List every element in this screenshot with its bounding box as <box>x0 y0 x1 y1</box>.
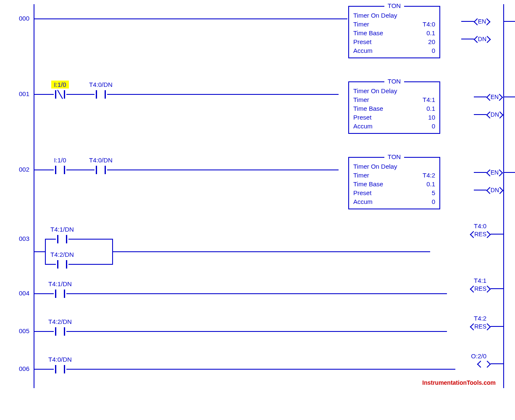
xic-contact: T4:0/DN <box>92 166 110 174</box>
res-output: T4:1 RES <box>470 285 491 292</box>
rung-number: 002 <box>8 166 34 173</box>
dn-output: DN <box>486 111 503 118</box>
ton-subtitle: Timer On Delay <box>353 12 435 19</box>
ladder-diagram: 000 TON Timer On Delay TimerT4:0 Time Ba… <box>8 4 504 388</box>
output-coil: O:2/0 <box>477 361 491 367</box>
rung-number: 001 <box>8 90 34 97</box>
rung-number: 003 <box>8 235 34 242</box>
rung-004: 004 T4:1/DN T4:1 RES <box>8 283 504 321</box>
en-output: EN <box>486 94 503 100</box>
ton-block-2: TON Timer On Delay TimerT4:2 Time Base0.… <box>348 157 440 209</box>
rung-001: 001 I:1/0 T4:0/DN TON Timer On Delay Tim… <box>8 80 504 155</box>
xic-contact: T4:1/DN <box>53 235 71 243</box>
dn-output: DN <box>474 36 491 42</box>
rung-number: 004 <box>8 290 34 297</box>
xio-contact: I:1/0 <box>51 90 69 99</box>
xic-contact: T4:0/DN <box>92 90 110 99</box>
dn-output: DN <box>486 187 503 193</box>
xic-contact: T4:0/DN <box>51 365 69 373</box>
ton-block-0: TON Timer On Delay TimerT4:0 Time Base0.… <box>348 6 440 58</box>
ton-block-1: TON Timer On Delay TimerT4:1 Time Base0.… <box>348 81 440 134</box>
xic-contact: T4:1/DN <box>51 290 69 298</box>
res-output: T4:0 RES <box>470 231 491 237</box>
en-output: EN <box>474 18 490 25</box>
rung-number: 000 <box>8 15 34 22</box>
rung-number: 006 <box>8 365 34 372</box>
watermark: InstrumentationTools.com <box>422 379 496 386</box>
en-output: EN <box>486 169 503 176</box>
rung-003: 003 T4:1/DN <box>8 229 504 283</box>
ton-title: TON <box>384 2 404 9</box>
xic-contact: T4:2/DN <box>53 260 71 269</box>
xic-contact: I:1/0 <box>51 166 69 174</box>
rung-002: 002 I:1/0 T4:0/DN TON Timer On Delay Tim… <box>8 155 504 229</box>
rung-number: 005 <box>8 327 34 334</box>
xic-contact: T4:2/DN <box>51 327 69 336</box>
rung-000: 000 TON Timer On Delay TimerT4:0 Time Ba… <box>8 4 504 80</box>
parallel-branch: T4:1/DN T4:2/DN <box>45 235 113 269</box>
rung-005: 005 T4:2/DN T4:2 RES <box>8 321 504 359</box>
res-output: T4:2 RES <box>470 323 491 330</box>
